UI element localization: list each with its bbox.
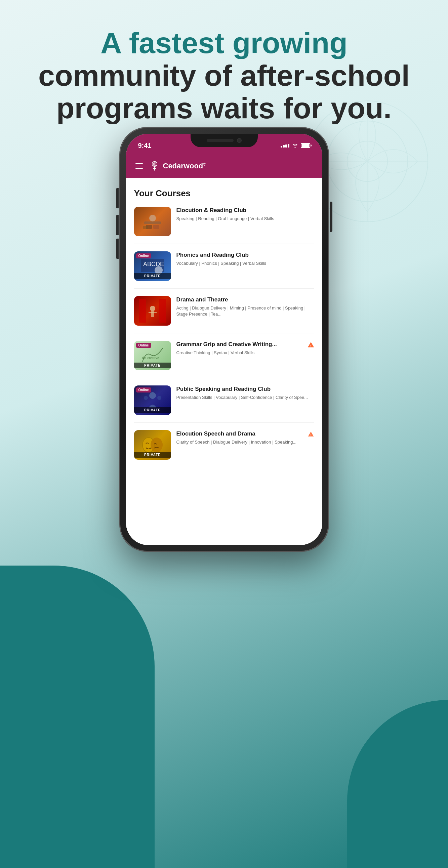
phone-device: 9:41 — [120, 128, 328, 551]
course-info-3: Drama and Theatre Acting | Dialogue Deli… — [176, 296, 314, 317]
app-name-reg: ® — [203, 162, 206, 167]
wifi-icon — [292, 143, 298, 148]
course-item[interactable]: Elocution & Reading Club Speaking | Read… — [134, 207, 314, 244]
course-tags-4: Creative Thinking | Syntax | Verbal Skil… — [176, 350, 314, 356]
course-thumbnail-5: Online PRIVATE — [134, 385, 171, 415]
course-info-1: Elocution & Reading Club Speaking | Read… — [176, 207, 314, 222]
notch-speaker — [207, 139, 234, 142]
course-info-2: Phonics and Reading Club Vocabulary | Ph… — [176, 251, 314, 267]
course-name-3: Drama and Theatre — [176, 296, 314, 304]
private-badge-6: PRIVATE — [134, 452, 171, 458]
svg-rect-11 — [144, 221, 161, 224]
courses-section: Your Courses — [126, 178, 322, 545]
thumb-illustration-1 — [139, 210, 166, 233]
svg-rect-13 — [153, 225, 159, 229]
tree-logo-icon — [150, 161, 160, 171]
private-badge-5: PRIVATE — [134, 407, 171, 413]
signal-bar-4 — [288, 144, 289, 148]
header-section: A fastest growing community of after-sch… — [0, 27, 448, 124]
hamburger-menu-icon[interactable] — [136, 163, 143, 169]
svg-point-2 — [347, 141, 388, 182]
course-name-5: Public Speaking and Reading Club — [176, 385, 314, 393]
course-info-4: Grammar Grip and Creative Writing... ! C… — [176, 341, 314, 356]
header-highlight: A fastest growing — [27, 27, 421, 60]
course-item-3[interactable]: Drama and Theatre Acting | Dialogue Deli… — [134, 296, 314, 333]
course-title-row-6: Elocution Speech and Drama ! — [176, 430, 314, 437]
app-header: Cedarwood® — [126, 154, 322, 178]
warning-icon-4: ! — [307, 341, 314, 348]
course-title-row-4: Grammar Grip and Creative Writing... ! — [176, 341, 314, 348]
course-title-row-3: Drama and Theatre — [176, 296, 314, 304]
app-name-label: Cedarwood® — [163, 162, 206, 170]
signal-bar-3 — [285, 145, 287, 148]
warning-icon-6: ! — [307, 431, 314, 437]
battery-fill — [302, 144, 309, 147]
courses-title: Your Courses — [134, 188, 314, 198]
hamburger-line-2 — [136, 166, 143, 166]
course-title-row-2: Phonics and Reading Club — [176, 251, 314, 259]
signal-bar-1 — [280, 146, 282, 148]
online-badge-4: Online — [136, 343, 151, 348]
status-time: 9:41 — [138, 142, 152, 150]
course-tags-1: Speaking | Reading | Oral Language | Ver… — [176, 216, 314, 222]
course-tags-2: Vocabulary | Phonics | Speaking | Verbal… — [176, 260, 314, 267]
app-name-text: Cedarwood — [163, 162, 203, 170]
notch-camera — [237, 138, 242, 143]
header-normal: community of after-schoolprograms waits … — [27, 60, 421, 125]
course-item-6[interactable]: PRIVATE Elocution Speech and Drama ! Cla… — [134, 430, 314, 467]
svg-rect-14 — [143, 226, 148, 229]
phone-screen: 9:41 — [126, 134, 322, 545]
course-thumbnail-3 — [134, 296, 171, 326]
course-name-1: Elocution & Reading Club — [176, 207, 314, 214]
signal-bar-2 — [283, 145, 285, 148]
course-thumbnail-1 — [134, 207, 171, 236]
svg-text:ABCDE: ABCDE — [143, 261, 164, 268]
status-bar: 9:41 — [126, 134, 322, 154]
online-badge-5: Online — [136, 388, 151, 393]
private-badge-4: PRIVATE — [134, 363, 171, 368]
svg-rect-19 — [159, 299, 166, 322]
online-badge-2: Online — [136, 253, 151, 258]
course-thumbnail-6: PRIVATE — [134, 430, 171, 460]
battery-icon — [301, 143, 310, 148]
svg-point-28 — [157, 396, 161, 400]
svg-text:!: ! — [310, 344, 311, 347]
thumb-illustration-3 — [139, 299, 166, 322]
course-name-6: Elocution Speech and Drama — [176, 430, 305, 437]
private-badge-2: PRIVATE — [134, 273, 171, 279]
course-info-5: Public Speaking and Reading Club Present… — [176, 385, 314, 401]
course-item-4[interactable]: Online the creative PRIVATE Grammar Grip… — [134, 341, 314, 378]
course-title-row-5: Public Speaking and Reading Club — [176, 385, 314, 393]
svg-rect-18 — [139, 299, 146, 322]
phone-notch — [190, 134, 258, 147]
svg-point-31 — [151, 437, 163, 452]
hamburger-line-3 — [136, 168, 143, 169]
course-name-2: Phonics and Reading Club — [176, 251, 314, 259]
course-info-6: Elocution Speech and Drama ! Clarity of … — [176, 430, 314, 445]
course-tags-3: Acting | Dialogue Delivery | Miming | Pr… — [176, 305, 314, 317]
course-thumbnail-2: Online ABCDE PRIVATE — [134, 251, 171, 281]
phone-outer-shell: 9:41 — [120, 128, 328, 551]
svg-point-27 — [144, 396, 148, 400]
bg-shape-left — [0, 565, 155, 868]
svg-point-1 — [327, 121, 408, 202]
status-icons — [280, 143, 310, 148]
course-name-4: Grammar Grip and Creative Writing... — [176, 341, 305, 348]
course-tags-6: Clarity of Speech | Dialogue Delivery | … — [176, 439, 314, 445]
bg-shape-right — [347, 700, 448, 868]
svg-point-10 — [149, 215, 156, 221]
hamburger-line-1 — [136, 163, 143, 164]
course-thumbnail-4: Online the creative PRIVATE — [134, 341, 171, 370]
svg-text:the creative: the creative — [142, 355, 159, 360]
course-title-row-1: Elocution & Reading Club — [176, 207, 314, 214]
course-tags-5: Presentation Skills | Vocabulary | Self-… — [176, 395, 314, 401]
app-logo: Cedarwood® — [150, 161, 206, 171]
svg-point-20 — [150, 306, 155, 311]
course-item-5[interactable]: Online PRIVATE — [134, 385, 314, 423]
svg-text:!: ! — [310, 434, 311, 436]
signal-bars-icon — [280, 144, 289, 148]
course-item-2[interactable]: Online ABCDE PRIVATE Phonics and Reading… — [134, 251, 314, 289]
svg-point-26 — [149, 392, 156, 399]
